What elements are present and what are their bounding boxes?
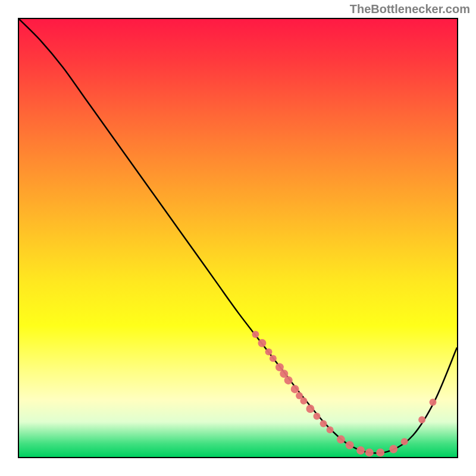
curve-marker xyxy=(346,441,354,449)
curve-marker xyxy=(337,436,345,444)
curve-marker xyxy=(418,416,425,423)
curve-marker xyxy=(252,331,259,338)
curve-marker xyxy=(430,399,437,406)
plot-area xyxy=(18,18,458,458)
curve-marker xyxy=(356,446,365,455)
bottleneck-curve xyxy=(19,19,457,453)
curve-marker xyxy=(291,385,299,393)
curve-markers xyxy=(252,331,436,457)
curve-marker xyxy=(401,438,408,445)
curve-marker xyxy=(306,405,314,413)
chart-container: TheBottlenecker.com xyxy=(0,0,476,476)
curve-marker xyxy=(300,397,307,405)
curve-marker xyxy=(376,449,384,457)
curve-marker xyxy=(314,413,321,420)
chart-svg xyxy=(19,19,457,457)
curve-marker xyxy=(320,420,327,427)
attribution-label: TheBottlenecker.com xyxy=(350,2,470,16)
curve-marker xyxy=(365,449,374,457)
curve-marker xyxy=(258,339,267,347)
curve-marker xyxy=(389,445,397,453)
curve-marker xyxy=(284,376,293,384)
curve-marker xyxy=(265,348,273,355)
curve-marker xyxy=(327,426,334,433)
curve-marker xyxy=(270,355,277,362)
